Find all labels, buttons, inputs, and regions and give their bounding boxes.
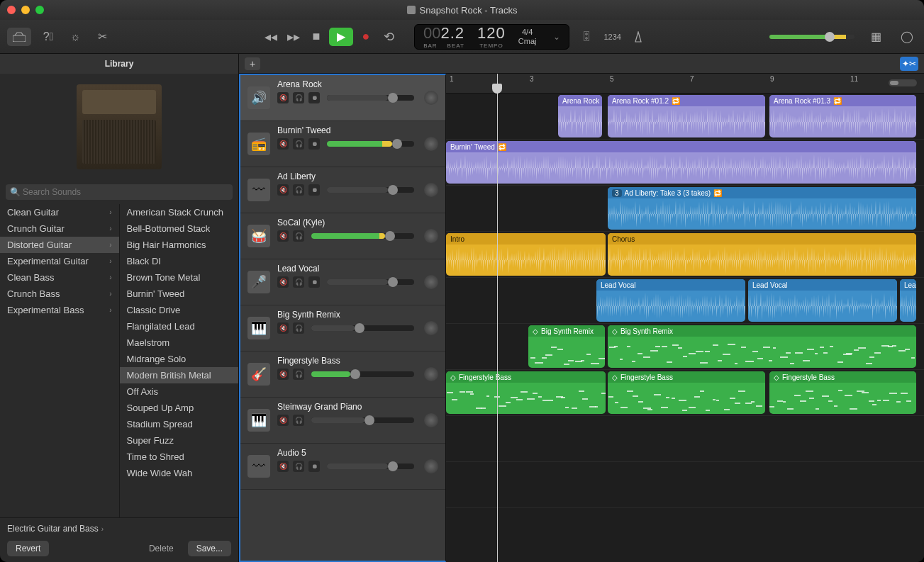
library-item[interactable]: Bell-Bottomed Stack xyxy=(120,220,239,237)
track-header[interactable]: 🥁 SoCal (Kyle) 🔇 🎧 xyxy=(240,213,445,259)
library-path[interactable]: Electric Guitar and Bass› xyxy=(7,524,231,534)
add-track-button[interactable]: + xyxy=(245,57,260,70)
library-item[interactable]: Experimental Bass› xyxy=(0,302,119,318)
track-volume-slider[interactable] xyxy=(311,371,414,377)
horizontal-zoom-scroller[interactable] xyxy=(889,79,917,86)
library-item[interactable]: Super Fuzz xyxy=(120,432,239,449)
notepad-button[interactable]: ▦ xyxy=(866,27,886,47)
count-in-button[interactable]: 1234 xyxy=(603,33,620,41)
rewind-button[interactable]: ◂◂ xyxy=(261,27,281,47)
tuner-button[interactable]: 🎛 xyxy=(577,27,596,47)
library-item[interactable]: Stadium Spread xyxy=(120,416,239,432)
track-row[interactable]: ◇Big Synth Remix ◇Big Synth Remix xyxy=(446,324,924,370)
track-pan-knob[interactable] xyxy=(424,229,438,243)
track-pan-knob[interactable] xyxy=(424,183,438,197)
library-item[interactable]: Clean Guitar› xyxy=(0,204,119,220)
track-volume-slider[interactable] xyxy=(327,141,414,147)
playhead[interactable] xyxy=(497,74,498,562)
region[interactable]: Intro xyxy=(446,233,606,276)
library-item[interactable]: Clean Bass› xyxy=(0,269,119,286)
library-item[interactable]: Crunch Guitar› xyxy=(0,220,119,237)
solo-headphones-button[interactable]: 🎧 xyxy=(293,276,304,288)
library-item[interactable]: Off Axis xyxy=(120,383,239,400)
timeline-ruler[interactable]: 1357911 xyxy=(446,74,924,94)
library-toggle-button[interactable] xyxy=(7,28,31,46)
record-enable-button[interactable]: ⏺ xyxy=(308,276,320,288)
library-preset-list[interactable]: American Stack CrunchBell-Bottomed Stack… xyxy=(120,204,239,517)
track-header[interactable]: 🎸 Fingerstyle Bass 🔇 🎧 xyxy=(240,352,445,398)
track-pan-knob[interactable] xyxy=(424,413,438,427)
metronome-button[interactable] xyxy=(628,27,648,47)
solo-headphones-button[interactable]: 🎧 xyxy=(293,92,304,103)
track-volume-slider[interactable] xyxy=(311,417,414,423)
mute-button[interactable]: 🔇 xyxy=(277,184,289,196)
track-header[interactable]: 🔊 Arena Rock 🔇 🎧 ⏺ xyxy=(240,75,445,121)
track-pan-knob[interactable] xyxy=(424,275,438,289)
library-item[interactable]: Midrange Solo xyxy=(120,351,239,367)
record-enable-button[interactable]: ⏺ xyxy=(308,184,320,196)
track-header[interactable]: 🎹 Big Synth Remix 🔇 🎧 xyxy=(240,305,445,352)
region[interactable]: ◇Fingerstyle Bass xyxy=(769,371,916,414)
track-header[interactable]: 📻 Burnin' Tweed 🔇 🎧 ⏺ xyxy=(240,121,445,167)
region[interactable]: Lead xyxy=(900,279,916,322)
library-category-list[interactable]: Clean Guitar›Crunch Guitar›Distorted Gui… xyxy=(0,204,120,517)
region[interactable]: Arena Rock #01.3🔁 xyxy=(769,95,916,137)
region[interactable]: ◇Big Synth Remix xyxy=(608,325,916,368)
region[interactable]: ◇Big Synth Remix xyxy=(528,325,605,368)
mute-button[interactable]: 🔇 xyxy=(277,230,289,242)
solo-headphones-button[interactable]: 🎧 xyxy=(293,322,304,334)
track-pan-knob[interactable] xyxy=(424,459,438,473)
delete-button[interactable]: Delete xyxy=(140,541,182,556)
library-item[interactable]: Maelstrom xyxy=(120,335,239,351)
track-row[interactable] xyxy=(446,462,924,508)
automation-quantize-button[interactable]: ✦✂ xyxy=(900,57,918,71)
editors-button[interactable]: ✂ xyxy=(92,27,112,47)
forward-button[interactable]: ▸▸ xyxy=(284,27,304,47)
solo-headphones-button[interactable]: 🎧 xyxy=(293,138,304,150)
track-row[interactable] xyxy=(446,416,924,462)
track-volume-slider[interactable] xyxy=(327,187,414,193)
region[interactable]: ◇Fingerstyle Bass xyxy=(608,371,765,414)
save-button[interactable]: Save... xyxy=(188,541,231,556)
region[interactable]: Arena Rock #01.2🔁 xyxy=(608,95,765,137)
solo-headphones-button[interactable]: 🎧 xyxy=(293,184,304,196)
track-pan-knob[interactable] xyxy=(424,321,438,335)
minimize-window-button[interactable] xyxy=(21,6,30,14)
lcd-menu-icon[interactable]: ⌄ xyxy=(553,32,560,42)
solo-headphones-button[interactable]: 🎧 xyxy=(293,369,304,380)
close-window-button[interactable] xyxy=(7,6,16,14)
lcd-display[interactable]: 002.2 BARBEAT 120 TEMPO 4/4 Cmaj ⌄ xyxy=(414,24,569,50)
track-volume-slider[interactable] xyxy=(327,463,414,469)
mute-button[interactable]: 🔇 xyxy=(277,92,289,103)
solo-headphones-button[interactable]: 🎧 xyxy=(293,230,304,242)
track-row[interactable]: ◇Fingerstyle Bass ◇Fingerstyle Bass ◇Fin… xyxy=(446,370,924,416)
library-item[interactable]: Flangilated Lead xyxy=(120,318,239,335)
track-row[interactable]: Intro Chorus xyxy=(446,232,924,278)
track-volume-slider[interactable] xyxy=(327,95,414,101)
loop-browser-button[interactable]: ◯ xyxy=(897,27,917,47)
record-button[interactable]: ● xyxy=(356,27,376,47)
library-item[interactable]: American Stack Crunch xyxy=(120,204,239,220)
quick-help-button[interactable]: ?⃝ xyxy=(38,27,58,47)
stop-button[interactable]: ■ xyxy=(306,27,326,47)
track-volume-slider[interactable] xyxy=(311,233,414,239)
library-item[interactable]: Wide Wide Wah xyxy=(120,465,239,481)
track-header[interactable]: 〰 Ad Liberty 🔇 🎧 ⏺ xyxy=(240,167,445,213)
track-row[interactable]: Arena Rock Arena Rock #01.2🔁 Arena Rock … xyxy=(446,94,924,140)
track-header[interactable]: 🎹 Steinway Grand Piano 🔇 🎧 xyxy=(240,398,445,444)
track-pan-knob[interactable] xyxy=(424,137,438,151)
library-item[interactable]: Time to Shred xyxy=(120,449,239,465)
record-enable-button[interactable]: ⏺ xyxy=(308,461,320,472)
mute-button[interactable]: 🔇 xyxy=(277,415,289,426)
track-pan-knob[interactable] xyxy=(424,91,438,105)
smart-controls-button[interactable]: ☼ xyxy=(65,27,85,47)
maximize-window-button[interactable] xyxy=(35,6,44,14)
cycle-button[interactable]: ⟲ xyxy=(379,27,399,47)
play-button[interactable]: ▶ xyxy=(329,28,353,46)
mute-button[interactable]: 🔇 xyxy=(277,461,289,472)
mute-button[interactable]: 🔇 xyxy=(277,276,289,288)
region[interactable]: Lead Vocal xyxy=(596,279,745,322)
revert-button[interactable]: Revert xyxy=(7,541,49,556)
mute-button[interactable]: 🔇 xyxy=(277,138,289,150)
solo-headphones-button[interactable]: 🎧 xyxy=(293,415,304,426)
